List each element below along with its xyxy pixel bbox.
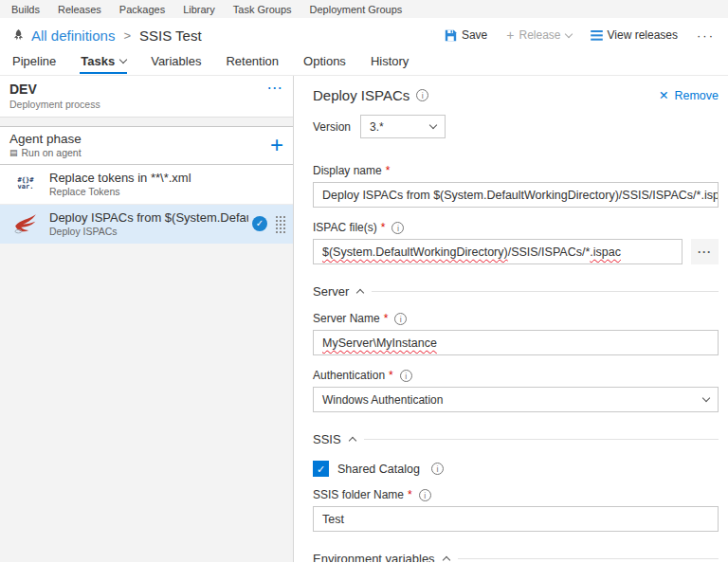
task-drag-handle[interactable]	[275, 215, 285, 233]
info-icon[interactable]: i	[391, 222, 404, 234]
server-name-label: Server Name	[313, 312, 380, 325]
replace-tokens-icon: #{}# var.	[11, 172, 40, 196]
nav-item-releases[interactable]: Releases	[58, 4, 101, 15]
page-header: All definitions > SSIS Test Save + Relea…	[0, 18, 728, 52]
section-environment-variables[interactable]: Environment variables	[313, 552, 719, 562]
nav-item-builds[interactable]: Builds	[11, 4, 40, 15]
task-enabled-check-icon: ✓	[252, 216, 267, 231]
plus-icon: +	[506, 27, 514, 43]
tab-history[interactable]: History	[370, 52, 410, 74]
tab-options[interactable]: Options	[302, 52, 347, 74]
task-subtitle: Deploy ISPACs	[49, 226, 248, 237]
nav-item-deployment-groups[interactable]: Deployment Groups	[310, 4, 403, 15]
nav-item-library[interactable]: Library	[183, 4, 215, 15]
ispac-files-value-part3: .ispac	[590, 245, 621, 259]
chevron-down-icon	[702, 394, 710, 402]
tab-variables[interactable]: Variables	[150, 52, 202, 74]
task-row-deploy-ispacs[interactable]: Deploy ISPACs from $(System.DefaultW... …	[0, 205, 293, 244]
ispac-files-browse-button[interactable]: ···	[691, 239, 719, 264]
info-icon[interactable]: i	[394, 313, 407, 325]
task-row-replace-tokens[interactable]: #{}# var. Replace tokens in **\*.xml Rep…	[0, 165, 293, 205]
info-icon[interactable]: i	[419, 489, 431, 501]
ispac-files-input[interactable]: $(System.DefaultWorkingDirectory)/SSIS/I…	[313, 239, 682, 264]
version-label: Version	[313, 120, 351, 134]
nav-item-task-groups[interactable]: Task Groups	[233, 4, 292, 15]
authentication-value: Windows Authentication	[322, 393, 443, 407]
stage-subtitle: Deployment process	[9, 99, 100, 110]
tab-retention-label: Retention	[226, 54, 279, 68]
shared-catalog-label: Shared Catalog	[337, 463, 420, 476]
chevron-up-icon	[442, 556, 449, 562]
chevron-up-icon	[356, 289, 364, 297]
phase-name: Agent phase	[9, 132, 82, 146]
ispac-files-value-part1: $(System.DefaultWorkingDirectory)	[322, 245, 508, 259]
stage-dev[interactable]: DEV Deployment process ···	[0, 76, 293, 118]
task-subtitle: Replace Tokens	[49, 186, 285, 197]
agent-icon: ▤	[9, 149, 18, 157]
section-server[interactable]: Server	[313, 284, 719, 299]
required-asterisk: *	[408, 488, 412, 501]
add-task-button[interactable]: +	[270, 136, 283, 154]
task-title: Deploy ISPACs from $(System.DefaultW...	[49, 210, 248, 225]
breadcrumb-all-definitions[interactable]: All definitions	[31, 27, 115, 44]
info-icon[interactable]: i	[416, 89, 428, 101]
ispac-files-label: ISPAC file(s)	[313, 221, 377, 234]
info-icon[interactable]: i	[431, 463, 444, 475]
chevron-down-icon	[429, 121, 437, 129]
save-icon	[445, 29, 457, 42]
section-ssis[interactable]: SSIS	[313, 432, 719, 446]
authentication-label: Authentication	[313, 369, 385, 382]
save-label: Save	[462, 28, 487, 42]
phase-subtitle: Run on agent	[22, 147, 82, 158]
stage-more-button[interactable]: ···	[268, 82, 284, 110]
required-asterisk: *	[381, 221, 386, 234]
release-button[interactable]: + Release	[506, 27, 571, 43]
pipeline-task-list-panel: DEV Deployment process ··· Agent phase ▤…	[0, 76, 294, 562]
release-definition-icon	[11, 28, 26, 43]
tab-retention[interactable]: Retention	[225, 52, 280, 74]
shared-catalog-checkbox[interactable]: ✓	[313, 461, 329, 477]
server-name-input[interactable]: MyServer\MyInstance	[313, 330, 719, 355]
display-name-input[interactable]: Deploy ISPACs from $(System.DefaultWorki…	[313, 182, 719, 208]
release-label: Release	[519, 28, 560, 42]
ispac-files-value-part2: /SSIS/ISPACs/*	[508, 245, 591, 259]
more-options-button[interactable]: ···	[697, 28, 715, 43]
display-name-label: Display name	[313, 164, 382, 177]
section-divider	[372, 291, 719, 292]
shared-catalog-checkbox-row[interactable]: ✓ Shared Catalog i	[313, 461, 719, 477]
tab-variables-label: Variables	[151, 54, 201, 68]
tab-options-label: Options	[303, 54, 346, 68]
tab-tasks[interactable]: Tasks	[80, 52, 127, 74]
ssis-folder-name-input[interactable]: Test	[313, 506, 719, 532]
ssis-icon	[11, 211, 40, 236]
nav-item-packages[interactable]: Packages	[119, 4, 165, 15]
view-releases-label: View releases	[608, 28, 678, 42]
task-configuration-panel: Deploy ISPACs i ✕ Remove Version 3.* Dis…	[294, 76, 728, 562]
stage-name: DEV	[9, 82, 100, 97]
section-ssis-label: SSIS	[313, 432, 341, 446]
tab-bar: Pipeline Tasks Variables Retention Optio…	[0, 52, 728, 76]
tab-history-label: History	[371, 54, 409, 68]
display-name-value: Deploy ISPACs from $(System.DefaultWorki…	[322, 189, 719, 202]
remove-x-icon: ✕	[659, 88, 668, 102]
remove-label: Remove	[674, 89, 719, 102]
replace-tokens-icon-line2: var.	[18, 184, 34, 191]
save-button[interactable]: Save	[445, 28, 487, 42]
breadcrumb-separator: >	[123, 28, 131, 43]
info-icon[interactable]: i	[400, 370, 412, 382]
ssis-folder-name-label: SSIS folder Name	[313, 488, 404, 501]
view-releases-button[interactable]: View releases	[591, 28, 678, 42]
section-environment-variables-label: Environment variables	[313, 552, 435, 562]
required-asterisk: *	[384, 312, 389, 325]
chevron-down-icon	[564, 29, 572, 37]
server-name-value: MyServer\MyInstance	[322, 336, 437, 350]
required-asterisk: *	[386, 164, 391, 177]
version-select[interactable]: 3.*	[360, 115, 446, 138]
remove-task-button[interactable]: ✕ Remove	[659, 88, 719, 102]
section-divider	[458, 558, 719, 559]
section-server-label: Server	[313, 284, 349, 299]
page-title: SSIS Test	[139, 27, 202, 44]
authentication-select[interactable]: Windows Authentication	[313, 387, 719, 412]
tab-pipeline[interactable]: Pipeline	[11, 52, 57, 74]
agent-phase-header[interactable]: Agent phase ▤ Run on agent +	[0, 126, 293, 165]
